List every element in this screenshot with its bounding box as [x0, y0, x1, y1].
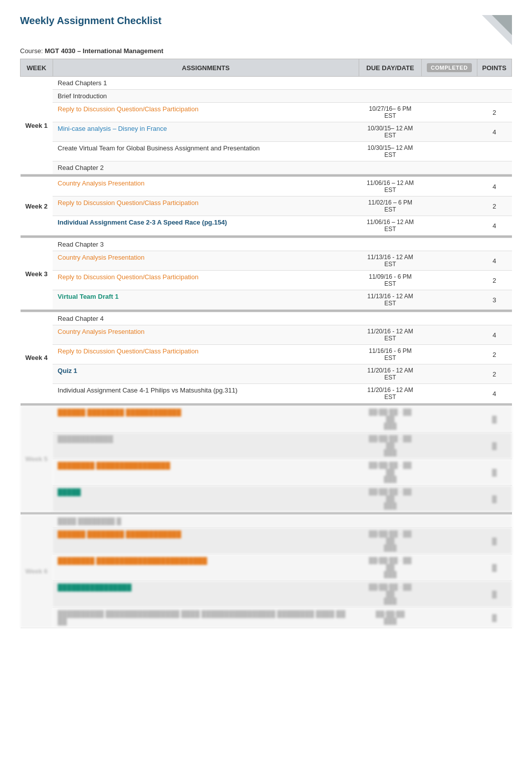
table-row: Create Virtual Team for Global Business … — [21, 142, 512, 161]
assignment-text: Virtual Team Draft 1 — [53, 290, 359, 310]
due-date — [359, 515, 421, 528]
due-date: 11/20/16 - 12 AM EST — [359, 325, 421, 345]
completed-status — [422, 90, 477, 103]
points-value: 3 — [477, 290, 511, 310]
assignment-text: Country Analysis Presentation — [53, 251, 359, 271]
points-value — [477, 161, 511, 174]
week-label: Week 4 — [21, 312, 53, 404]
due-date: ██/██/██ - ██ ██ ███ — [359, 554, 421, 581]
due-date: 11/20/16 - 12 AM EST — [359, 364, 421, 384]
due-date: 10/30/15– 12 AM EST — [359, 142, 421, 161]
assignment-text: Mini-case analysis – Disney in France — [53, 122, 359, 142]
due-date — [359, 238, 421, 251]
points-value: 2 — [477, 103, 511, 122]
assignment-text: Individual Assignment Case 2-3 A Speed R… — [53, 216, 359, 236]
col-points: POINTS — [477, 59, 511, 77]
completed-status — [422, 77, 477, 90]
points-value — [477, 312, 511, 325]
completed-status — [422, 528, 477, 554]
points-value: 2 — [477, 271, 511, 290]
assignment-text: Read Chapter 3 — [53, 238, 359, 251]
completed-status — [422, 581, 477, 608]
assignment-text: Read Chapters 1 — [53, 77, 359, 90]
assignment-text: Create Virtual Team for Global Business … — [53, 142, 359, 161]
assignment-text: ████████████████ — [53, 581, 359, 608]
table-row: Read Chapter 2 — [21, 161, 512, 174]
completed-status — [422, 364, 477, 384]
assignment-text: Brief Introduction — [53, 90, 359, 103]
completed-badge: COMPLETED — [427, 63, 472, 72]
course-label: Course: MGT 4030 – International Managem… — [20, 47, 512, 55]
due-date: 11/13/16 - 12 AM EST — [359, 251, 421, 271]
assignment-text: █████ — [53, 486, 359, 512]
assignment-text: Reply to Discussion Question/Class Parti… — [53, 271, 359, 290]
points-value: 4 — [477, 251, 511, 271]
assignment-text: Read Chapter 2 — [53, 161, 359, 174]
table-row: Country Analysis Presentation11/20/16 - … — [21, 325, 512, 345]
points-value: 2 — [477, 364, 511, 384]
points-value — [477, 77, 511, 90]
table-row: Week 1Read Chapters 1 — [21, 77, 512, 90]
table-row: ██████ ████████ ██████████████/██/██ - █… — [21, 528, 512, 554]
points-value: 4 — [477, 177, 511, 197]
points-value: █ — [477, 608, 511, 628]
due-date — [359, 77, 421, 90]
due-date: 11/06/16 – 12 AM EST — [359, 216, 421, 236]
completed-status — [422, 271, 477, 290]
table-row: Reply to Discussion Question/Class Parti… — [21, 197, 512, 216]
completed-status — [422, 515, 477, 528]
points-value: 4 — [477, 325, 511, 345]
due-date: 11/09/16 - 6 PM EST — [359, 271, 421, 290]
completed-status — [422, 122, 477, 142]
due-date: ██/██/██ - ██ ██ ███ — [359, 528, 421, 554]
assignment-text: Individual Assignment Case 4-1 Philips v… — [53, 384, 359, 404]
points-value: █ — [477, 554, 511, 581]
week-label: Week 3 — [21, 238, 53, 310]
page-title: Weekly Assignment Checklist — [20, 15, 161, 27]
table-row: Reply to Discussion Question/Class Parti… — [21, 345, 512, 364]
assignment-text: ████████ ████████████████ — [53, 459, 359, 486]
due-date — [359, 90, 421, 103]
points-value: 4 — [477, 122, 511, 142]
assignment-text: Reply to Discussion Question/Class Parti… — [53, 197, 359, 216]
due-date: ██/██/██ - ██ ██ ███ — [359, 486, 421, 512]
table-row: Quiz 111/20/16 - 12 AM EST2 — [21, 364, 512, 384]
due-date — [359, 161, 421, 174]
completed-status — [422, 384, 477, 404]
points-value: 2 — [477, 197, 511, 216]
completed-status — [422, 161, 477, 174]
completed-status — [422, 216, 477, 236]
points-value — [477, 238, 511, 251]
due-date: 11/13/16 - 12 AM EST — [359, 290, 421, 310]
completed-status — [422, 177, 477, 197]
due-date: 11/06/16 – 12 AM EST — [359, 177, 421, 197]
week-label: Week 6 — [21, 515, 53, 628]
completed-status — [422, 486, 477, 512]
due-date: ██/██/██ ███ — [359, 608, 421, 628]
table-row: Week 6████ ████████ █ — [21, 515, 512, 528]
assignment-text: Reply to Discussion Question/Class Parti… — [53, 103, 359, 122]
points-value: █ — [477, 486, 511, 512]
completed-status — [422, 251, 477, 271]
assignment-table: WEEK ASSIGNMENTS DUE DAY/DATE COMPLETED … — [20, 59, 512, 628]
completed-status — [422, 142, 477, 161]
points-value — [477, 90, 511, 103]
assignment-text: Read Chapter 4 — [53, 312, 359, 325]
due-date: 10/27/16– 6 PM EST — [359, 103, 421, 122]
table-row: Week 5██████ ████████ ██████████████/██/… — [21, 406, 512, 433]
table-row: ██████████████████/██/██ - ██ ██ ████ — [21, 581, 512, 608]
col-due: DUE DAY/DATE — [359, 59, 421, 77]
table-row: Week 2Country Analysis Presentation11/06… — [21, 177, 512, 197]
completed-status — [422, 103, 477, 122]
table-row: Week 4Read Chapter 4 — [21, 312, 512, 325]
points-value: █ — [477, 459, 511, 486]
completed-status — [422, 197, 477, 216]
table-row: Individual Assignment Case 2-3 A Speed R… — [21, 216, 512, 236]
completed-status — [422, 312, 477, 325]
table-row: Country Analysis Presentation11/13/16 - … — [21, 251, 512, 271]
table-row: Individual Assignment Case 4-1 Philips v… — [21, 384, 512, 404]
points-value: 2 — [477, 345, 511, 364]
assignment-text: Country Analysis Presentation — [53, 325, 359, 345]
points-value — [477, 142, 511, 161]
col-assignments: ASSIGNMENTS — [53, 59, 359, 77]
